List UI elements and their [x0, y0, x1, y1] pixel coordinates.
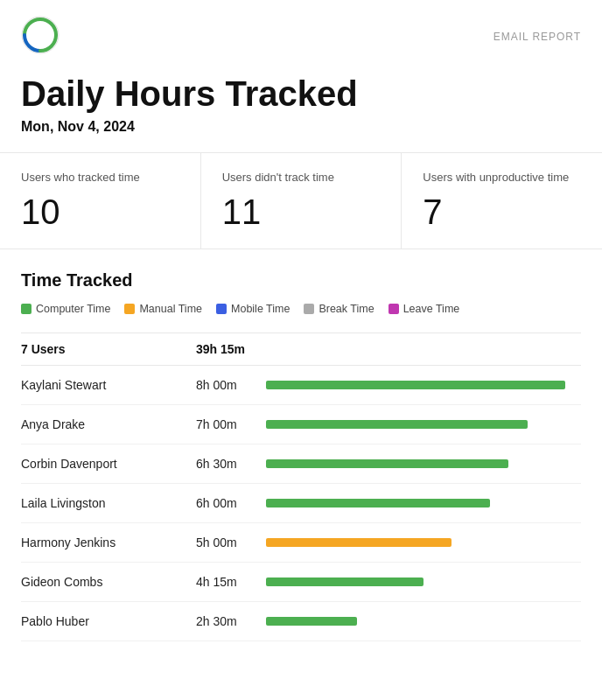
bar-container [266, 538, 581, 547]
logo [21, 16, 60, 58]
user-name: Kaylani Stewart [21, 378, 196, 392]
email-report-button[interactable]: EMAIL REPORT [494, 31, 581, 43]
table-row: Harmony Jenkins 5h 00m [21, 523, 581, 563]
users-list: Kaylani Stewart 8h 00m Anya Drake 7h 00m… [21, 366, 581, 641]
legend: Computer Time Manual Time Mobile Time Br… [21, 303, 581, 315]
user-time: 6h 30m [196, 457, 266, 471]
legend-label: Computer Time [36, 303, 110, 315]
legend-label: Leave Time [403, 303, 460, 315]
stat-label: Users with unproductive time [423, 171, 581, 186]
date-label: Mon, Nov 4, 2024 [21, 119, 581, 135]
user-time: 4h 15m [196, 575, 266, 589]
stats-row: Users who tracked time 10 Users didn't t… [0, 152, 602, 249]
stat-label: Users didn't track time [222, 171, 381, 186]
legend-label: Break Time [318, 303, 374, 315]
stat-card-0: Users who tracked time 10 [0, 153, 201, 248]
user-time: 7h 00m [196, 417, 266, 431]
legend-item-3: Break Time [304, 303, 374, 315]
users-header: 7 Users 39h 15m [21, 332, 581, 366]
time-bar [266, 578, 424, 586]
bar-container [266, 459, 581, 468]
time-bar [266, 459, 508, 468]
svg-point-0 [22, 17, 59, 53]
bar-container [266, 381, 581, 389]
bar-container [266, 578, 581, 586]
title-section: Daily Hours Tracked Mon, Nov 4, 2024 [0, 70, 602, 152]
legend-label: Mobile Time [231, 303, 290, 315]
legend-label: Manual Time [139, 303, 202, 315]
user-time: 5h 00m [196, 536, 266, 550]
user-name: Harmony Jenkins [21, 536, 196, 550]
legend-dot [21, 304, 32, 314]
user-time: 2h 30m [196, 614, 266, 628]
legend-item-4: Leave Time [388, 303, 460, 315]
user-name: Laila Livingston [21, 496, 196, 510]
stat-value: 7 [423, 192, 581, 231]
user-name: Anya Drake [21, 417, 196, 431]
legend-item-0: Computer Time [21, 303, 110, 315]
section-title: Time Tracked [21, 270, 581, 290]
header: EMAIL REPORT [0, 0, 602, 70]
table-row: Laila Livingston 6h 00m [21, 484, 581, 523]
table-row: Pablo Huber 2h 30m [21, 602, 581, 641]
stat-value: 11 [222, 192, 381, 231]
table-row: Gideon Combs 4h 15m [21, 563, 581, 602]
user-time: 8h 00m [196, 378, 266, 392]
users-total: 39h 15m [196, 342, 266, 356]
time-bar [266, 617, 357, 626]
user-time: 6h 00m [196, 496, 266, 510]
legend-dot [124, 304, 135, 314]
bar-container [266, 420, 581, 429]
legend-item-2: Mobile Time [216, 303, 290, 315]
legend-dot [388, 304, 399, 314]
table-row: Anya Drake 7h 00m [21, 405, 581, 444]
time-tracked-section: Time Tracked Computer Time Manual Time M… [0, 249, 602, 641]
stat-label: Users who tracked time [21, 171, 179, 186]
user-name: Pablo Huber [21, 614, 196, 628]
bar-container [266, 499, 581, 508]
bar-container [266, 617, 581, 626]
time-bar [266, 381, 565, 389]
table-row: Corbin Davenport 6h 30m [21, 444, 581, 484]
stat-card-2: Users with unproductive time 7 [402, 153, 602, 248]
time-bar [266, 420, 528, 429]
page-title: Daily Hours Tracked [21, 74, 581, 114]
legend-dot [304, 304, 314, 314]
time-bar [266, 538, 452, 547]
legend-dot [216, 304, 227, 314]
user-name: Corbin Davenport [21, 457, 196, 471]
user-name: Gideon Combs [21, 575, 196, 589]
users-count-label: 7 Users [21, 342, 196, 356]
stat-card-1: Users didn't track time 11 [201, 153, 402, 248]
time-bar [266, 499, 490, 508]
stat-value: 10 [21, 192, 179, 231]
table-row: Kaylani Stewart 8h 00m [21, 366, 581, 405]
legend-item-1: Manual Time [124, 303, 202, 315]
